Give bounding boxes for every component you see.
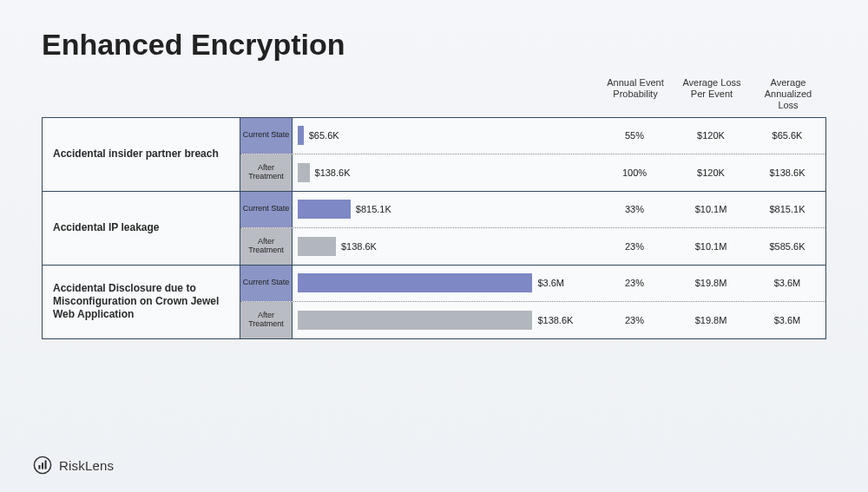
risk-name: Accidental Disclosure due to Misconfigur… — [43, 266, 240, 338]
footer-brand-text: RiskLens — [59, 458, 114, 473]
cell-probability: 33% — [596, 204, 673, 214]
cell-loss-per-event: $120K — [673, 167, 749, 178]
state-label-current: Current State — [240, 118, 293, 154]
cell-annualized: $585.6K — [749, 241, 825, 252]
risk-name: Accidental IP leakage — [43, 192, 240, 265]
header-annualized-loss: Average Annualized Loss — [750, 77, 826, 112]
column-headers: Annual Event Probability Average Loss Pe… — [42, 77, 826, 112]
svg-rect-1 — [38, 465, 40, 469]
row-current: Current State $815.1K 33% $10.1M $815.1K — [240, 192, 825, 228]
cell-loss-per-event: $120K — [673, 130, 749, 141]
risk-group: Accidental insider partner breach Curren… — [42, 117, 826, 191]
bar-after — [298, 237, 336, 256]
svg-rect-3 — [45, 461, 47, 469]
cell-probability: 23% — [596, 241, 673, 252]
risk-group: Accidental IP leakage Current State $815… — [42, 191, 826, 265]
bar-label: $138.6K — [537, 315, 573, 325]
risklens-logo-icon — [33, 456, 52, 475]
cell-probability: 55% — [596, 130, 673, 141]
cell-annualized: $815.1K — [749, 204, 825, 214]
row-current: Current State $3.6M 23% $19.8M $3.6M — [240, 266, 825, 302]
bar-label: $138.6K — [341, 241, 377, 252]
state-label-after: After Treatment — [240, 302, 293, 338]
bar-label: $138.6K — [315, 167, 351, 178]
bar-after — [298, 163, 310, 182]
state-label-after: After Treatment — [240, 154, 293, 191]
risk-name: Accidental insider partner breach — [43, 118, 240, 191]
cell-loss-per-event: $10.1M — [673, 204, 749, 214]
bar-current — [298, 200, 351, 219]
bar-label: $65.6K — [309, 130, 339, 141]
bar-after — [298, 311, 532, 330]
bar-label: $815.1K — [356, 204, 391, 214]
row-current: Current State $65.6K 55% $120K $65.6K — [240, 118, 825, 154]
cell-annualized: $138.6K — [749, 167, 825, 178]
row-after: After Treatment $138.6K 100% $120K $138.… — [240, 154, 825, 191]
row-after: After Treatment $138.6K 23% $10.1M $585.… — [240, 228, 825, 265]
row-after: After Treatment $138.6K 23% $19.8M $3.6M — [240, 302, 825, 338]
cell-annualized: $65.6K — [749, 130, 825, 141]
cell-annualized: $3.6M — [749, 278, 825, 288]
svg-rect-2 — [42, 462, 43, 469]
state-label-current: Current State — [240, 192, 293, 227]
cell-annualized: $3.6M — [749, 315, 825, 325]
cell-probability: 100% — [596, 167, 673, 178]
cell-probability: 23% — [596, 278, 673, 288]
risk-group: Accidental Disclosure due to Misconfigur… — [42, 265, 826, 339]
header-probability: Annual Event Probability — [597, 77, 674, 112]
header-loss-per-event: Average Loss Per Event — [674, 77, 750, 112]
bar-current — [298, 273, 532, 292]
footer-brand: RiskLens — [33, 456, 114, 475]
cell-loss-per-event: $19.8M — [673, 315, 749, 325]
bar-current — [298, 126, 304, 145]
comparison-chart: Annual Event Probability Average Loss Pe… — [42, 77, 826, 339]
state-label-current: Current State — [240, 266, 293, 301]
cell-loss-per-event: $19.8M — [673, 278, 749, 288]
cell-probability: 23% — [596, 315, 673, 325]
page-title: Enhanced Encryption — [42, 28, 826, 62]
bar-label: $3.6M — [537, 278, 564, 288]
cell-loss-per-event: $10.1M — [673, 241, 749, 252]
state-label-after: After Treatment — [240, 228, 293, 265]
